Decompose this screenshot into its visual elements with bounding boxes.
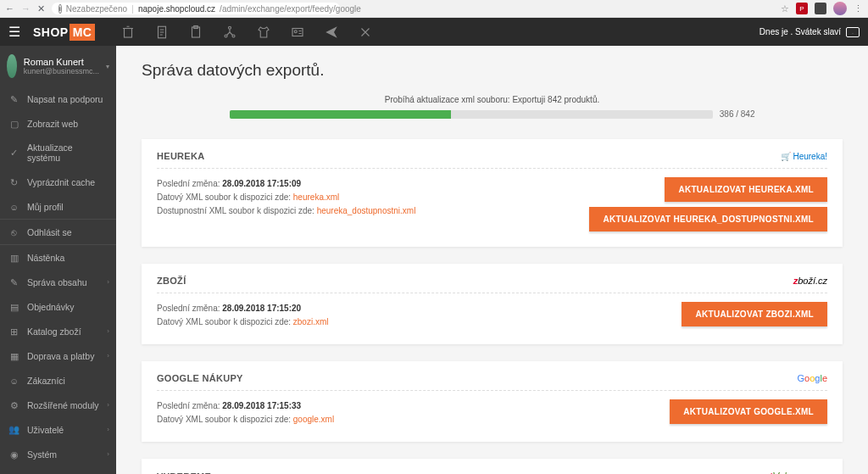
star-icon[interactable]: ☆ <box>781 3 789 14</box>
sidebar-item-zákazníci[interactable]: ☺Zákazníci <box>0 368 116 393</box>
export-card-google nákupy: GOOGLE NÁKUPY Google Poslední změna: 28.… <box>142 361 843 442</box>
nav-label: Objednávky <box>27 302 74 312</box>
nav-icon: ☺ <box>8 375 19 386</box>
card-info: Poslední změna: 28.09.2018 17:15:20Datov… <box>157 302 665 329</box>
nav-icon: ✎ <box>8 93 19 104</box>
sidebar-item-správa-obsahu[interactable]: ✎Správa obsahu› <box>0 270 116 294</box>
nav-label: Můj profil <box>27 202 64 212</box>
nav-icon: ⎋ <box>8 226 19 237</box>
nav-icon: ☺ <box>8 201 19 212</box>
nav-label: Napsat na podporu <box>27 94 103 104</box>
card-logo: Vybereme.cz <box>764 471 827 474</box>
update-button[interactable]: AKTUALIZOVAT HEUREKA_DOSTUPNOSTNI.XML <box>589 207 827 231</box>
chevron-right-icon: › <box>107 426 109 433</box>
nav-icon: ◉ <box>8 449 19 460</box>
export-card-zboží: ZBOŽÍ zboží.cz Poslední změna: 28.09.201… <box>142 264 843 344</box>
sidebar-item-zobrazit-web[interactable]: ▢Zobrazit web <box>0 111 116 136</box>
nav-label: Uživatelé <box>27 425 64 435</box>
card-logo: Heureka! <box>781 151 827 161</box>
file-link[interactable]: zbozi.xml <box>293 317 329 326</box>
update-button[interactable]: AKTUALIZOVAT ZBOZI.XML <box>682 302 827 326</box>
back-icon[interactable]: ← <box>5 3 14 14</box>
export-card-vybereme: VYBEREME Vybereme.cz Poslední změna: 28.… <box>142 459 843 474</box>
chevron-right-icon: › <box>107 401 109 409</box>
sidebar-item-katalog-zboží[interactable]: ⊞Katalog zboží› <box>0 319 116 343</box>
app-logo[interactable]: SHOPMC <box>33 24 95 41</box>
main-content: Správa datových exportů. Probíhá aktuali… <box>116 46 868 474</box>
nav-label: Rozšířené moduly <box>27 400 99 410</box>
card-title: GOOGLE NÁKUPY <box>157 373 243 383</box>
trash-icon[interactable] <box>120 25 136 40</box>
export-card-heureka: HEUREKA Heureka! Poslední změna: 28.09.2… <box>142 139 843 247</box>
sidebar-item-uživatelé[interactable]: 👥Uživatelé› <box>0 417 116 442</box>
update-button[interactable]: AKTUALIZOVAT GOOGLE.XML <box>670 399 827 424</box>
card-logo: Google <box>797 373 827 383</box>
url-base: napoje.shopcloud.cz <box>138 4 215 14</box>
close-icon[interactable]: ✕ <box>37 3 45 14</box>
id-icon[interactable] <box>290 25 305 40</box>
sidebar-item-systém[interactable]: ◉Systém› <box>0 442 116 466</box>
chevron-right-icon: › <box>107 450 109 458</box>
nav-label: Doprava a platby <box>27 351 94 361</box>
progress-bar <box>230 110 713 119</box>
info-icon[interactable]: i <box>58 4 62 14</box>
file-link[interactable]: google.xml <box>293 415 334 424</box>
top-icon-group <box>120 25 373 40</box>
card-title: HEUREKA <box>157 151 205 161</box>
nav-label: Katalog zboží <box>27 326 81 337</box>
nav-icon: ▥ <box>8 252 19 263</box>
sidebar-item-rozšířené-moduly[interactable]: ⚙Rozšířené moduly› <box>0 393 116 417</box>
nav-icon: ✓ <box>8 148 19 159</box>
sidebar: Roman Kunert kunert@businessmc... ▾ ✎Nap… <box>0 46 116 474</box>
svg-point-4 <box>229 26 231 29</box>
forward-icon[interactable]: → <box>21 3 31 14</box>
sidebar-item-objednávky[interactable]: ▤Objednávky <box>0 294 116 319</box>
sidebar-item-odhlásit-se[interactable]: ⎋Odhlásit se <box>0 220 116 244</box>
file-link[interactable]: heureka.xml <box>293 192 339 202</box>
shirt-icon[interactable] <box>256 25 271 40</box>
nav-icon: 👥 <box>8 424 19 435</box>
progress-block: Probíhá aktualizace xml souboru: Exportu… <box>142 95 843 119</box>
nav-icon: ▦ <box>8 350 19 361</box>
browser-bar: ← → ✕ i Nezabezpečeno | napoje.shopcloud… <box>0 0 868 18</box>
tools-icon[interactable] <box>358 25 373 40</box>
sidebar-item-podpora[interactable]: ✆Podpora <box>0 466 116 474</box>
nav-icon: ↻ <box>8 176 19 187</box>
nav-icon: ✎ <box>8 276 19 287</box>
user-avatar <box>7 54 17 78</box>
sidebar-item-aktualizace-systému[interactable]: ✓Aktualizace systému <box>0 136 116 170</box>
user-block[interactable]: Roman Kunert kunert@businessmc... ▾ <box>0 46 116 86</box>
sidebar-item-napsat-na-podporu[interactable]: ✎Napsat na podporu <box>0 86 116 111</box>
tree-icon[interactable] <box>222 25 237 40</box>
update-button[interactable]: AKTUALIZOVAT HEUREKA.XML <box>665 177 827 202</box>
chevron-right-icon: › <box>107 352 109 360</box>
card-info: Poslední změna: 28.09.2018 17:15:33Datov… <box>157 399 653 427</box>
sidebar-item-vyprázdnit-cache[interactable]: ↻Vyprázdnit cache <box>0 170 116 194</box>
nav-icon: ▢ <box>8 118 19 129</box>
chevron-right-icon: › <box>107 327 109 335</box>
chevron-down-icon[interactable]: ▾ <box>106 63 109 70</box>
nav-label: Správa obsahu <box>27 277 87 287</box>
chevron-right-icon: › <box>107 278 109 286</box>
today-text: Dnes je . Svátek slaví <box>760 27 841 36</box>
url-path: /admin/exchange/export/feedy/google <box>220 4 361 14</box>
nav-icon: ▤ <box>8 301 19 312</box>
card-logo: zboží.cz <box>793 276 827 286</box>
sidebar-item-doprava-a-platby[interactable]: ▦Doprava a platby› <box>0 343 116 368</box>
card-info: Poslední změna: 28.09.2018 17:15:09Datov… <box>157 177 572 231</box>
hamburger-icon[interactable]: ☰ <box>8 24 20 40</box>
clipboard-icon[interactable] <box>188 25 203 40</box>
kebab-icon[interactable]: ⋮ <box>854 3 863 14</box>
file-link[interactable]: heureka_dostupnostni.xml <box>317 206 416 215</box>
extension-icon[interactable] <box>815 3 826 14</box>
mail-icon[interactable] <box>846 27 860 37</box>
address-bar[interactable]: i Nezabezpečeno | napoje.shopcloud.cz/ad… <box>52 3 340 14</box>
sidebar-item-můj-profil[interactable]: ☺Můj profil <box>0 194 116 219</box>
pinterest-ext-icon[interactable]: P <box>796 3 808 14</box>
svg-rect-0 <box>125 28 132 37</box>
send-icon[interactable] <box>324 25 339 40</box>
sidebar-item-nástěnka[interactable]: ▥Nástěnka <box>0 245 116 270</box>
nav-label: Zákazníci <box>27 376 65 386</box>
document-icon[interactable] <box>154 25 170 40</box>
profile-avatar-icon[interactable] <box>833 2 847 15</box>
